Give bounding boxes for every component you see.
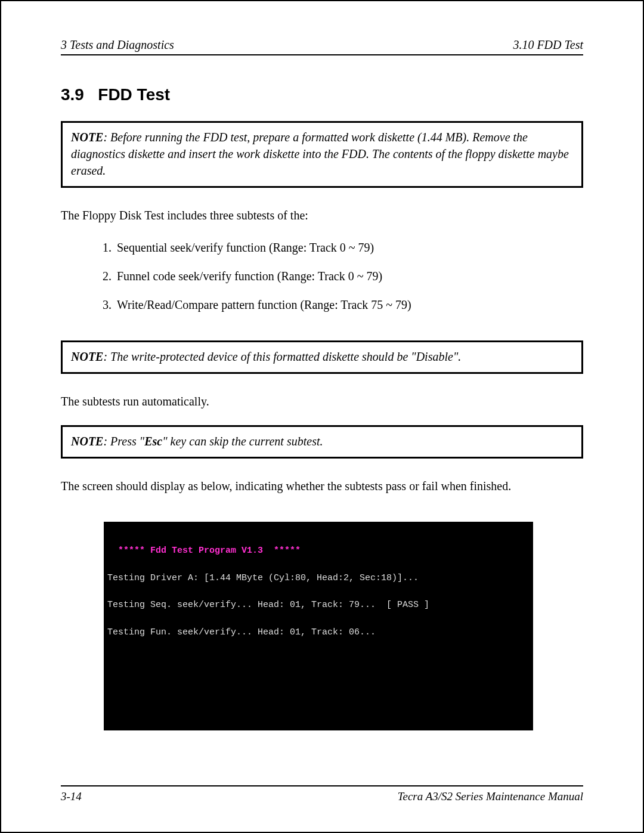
note-box-1: NOTE: Before running the FDD test, prepa… <box>61 121 583 188</box>
terminal-line: Testing Seq. seek/verify... Head: 01, Tr… <box>107 597 530 614</box>
section-number: 3.9 <box>61 85 84 104</box>
footer-rule <box>61 785 583 786</box>
note-box-2: NOTE: The write-protected device of this… <box>61 340 583 374</box>
intro-text: The Floppy Disk Test includes three subt… <box>61 207 583 224</box>
note-label: NOTE <box>71 131 103 144</box>
list-item: Funnel code seek/verify function (Range:… <box>114 268 583 284</box>
result-line: The screen should display as below, indi… <box>61 478 583 494</box>
list-item: Sequential seek/verify function (Range: … <box>114 239 583 256</box>
note-box-3: NOTE: Press "Esc" key can skip the curre… <box>61 425 583 459</box>
note-text: : The write-protected device of this for… <box>103 350 461 363</box>
auto-line: The subtests run automatically. <box>61 393 583 410</box>
header-rule <box>61 54 583 55</box>
terminal-screenshot: ***** Fdd Test Program V1.3 ***** Testin… <box>104 522 533 730</box>
running-header: 3 Tests and Diagnostics 3.10 FDD Test <box>61 38 583 52</box>
footer-right: Tecra A3/S2 Series Maintenance Manual <box>398 790 583 803</box>
terminal-line: Testing Driver A: [1.44 MByte (Cyl:80, H… <box>107 570 530 587</box>
section-title: FDD Test <box>98 85 170 104</box>
header-left: 3 Tests and Diagnostics <box>61 38 174 52</box>
note-key: Esc <box>144 435 162 448</box>
header-right: 3.10 FDD Test <box>513 38 583 52</box>
section-heading: 3.9 FDD Test <box>61 85 583 104</box>
list-item: Write/Read/Compare pattern function (Ran… <box>114 296 583 313</box>
note-pre: : Press " <box>103 435 144 448</box>
footer: 3-14 Tecra A3/S2 Series Maintenance Manu… <box>61 785 583 803</box>
note-label: NOTE <box>71 435 103 448</box>
footer-left: 3-14 <box>61 790 82 803</box>
page: 3 Tests and Diagnostics 3.10 FDD Test 3.… <box>0 0 644 833</box>
subtests-list: Sequential seek/verify function (Range: … <box>114 239 583 325</box>
note-text: : Before running the FDD test, prepare a… <box>71 131 569 177</box>
terminal-line: Testing Fun. seek/verify... Head: 01, Tr… <box>107 624 530 642</box>
note-label: NOTE <box>71 350 103 363</box>
running-footer: 3-14 Tecra A3/S2 Series Maintenance Manu… <box>61 790 583 803</box>
terminal-title: ***** Fdd Test Program V1.3 ***** <box>107 543 530 560</box>
note-post: " key can skip the current subtest. <box>162 435 323 448</box>
